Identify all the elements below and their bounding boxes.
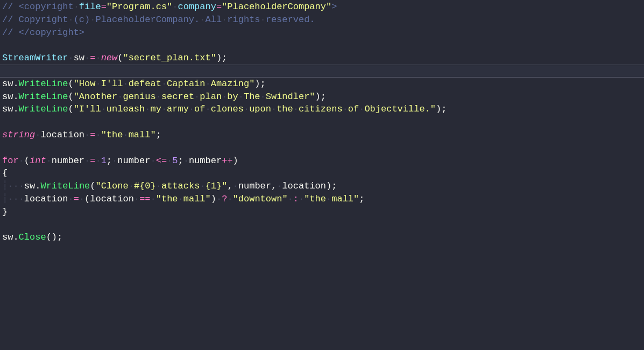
code-line[interactable]: {: [2, 167, 644, 180]
number-literal: 1: [101, 156, 107, 166]
identifier: location: [40, 130, 84, 140]
code-line[interactable]: [2, 39, 644, 52]
method-name: WriteLine: [19, 104, 68, 114]
string-literal: "How·I'll·defeat·Captain·Amazing": [74, 79, 255, 89]
string-literal: "the·mall": [156, 194, 211, 204]
type-name: StreamWriter: [2, 53, 68, 63]
indent-guide: ┆: [2, 194, 8, 204]
method-name: Close: [19, 232, 46, 242]
code-line[interactable]: }: [2, 206, 644, 219]
code-line[interactable]: sw.WriteLine("How·I'll·defeat·Captain·Am…: [2, 78, 644, 90]
code-line[interactable]: [2, 116, 644, 129]
number-literal: 5: [172, 156, 178, 166]
code-line[interactable]: // Copyright·(c)·PlaceholderCompany.·All…: [2, 13, 644, 26]
code-line[interactable]: sw.Close();: [2, 231, 644, 244]
code-editor[interactable]: // <copyright·file="Program.cs"·company=…: [0, 0, 644, 244]
string-literal: "the·mall": [101, 130, 156, 140]
code-line[interactable]: ┆···sw.WriteLine("Clone·#{0}·attacks·{1}…: [2, 180, 644, 193]
string-literal: "downtown": [233, 194, 288, 204]
comment-text: // </copyright>: [2, 27, 84, 38]
comment-text: // Copyright·(c)·PlaceholderCompany.·All…: [2, 15, 315, 25]
code-line[interactable]: sw.WriteLine("I'll·unleash·my·army·of·cl…: [2, 103, 644, 116]
operator: =: [90, 53, 95, 63]
code-line[interactable]: ┆···location·=·(location·==·"the·mall")·…: [2, 193, 644, 206]
identifier: sw: [74, 53, 84, 63]
code-line[interactable]: StreamWriter·sw·=·new("secret_plan.txt")…: [2, 52, 644, 65]
code-line[interactable]: string·location·=·"the·mall";: [2, 129, 644, 142]
code-line[interactable]: [2, 219, 644, 232]
method-name: WriteLine: [19, 79, 68, 89]
method-name: WriteLine: [19, 92, 68, 102]
string-literal: "Clone·#{0}·attacks·{1}": [96, 181, 228, 191]
comment-text: // <copyright·file="Program.cs"·company=…: [2, 2, 337, 12]
string-literal: "Another·genius·secret·plan·by·The·Swind…: [74, 92, 315, 102]
code-line[interactable]: sw.WriteLine("Another·genius·secret·plan…: [2, 90, 644, 103]
indent-guide: ┆: [2, 181, 8, 191]
current-line[interactable]: [0, 65, 644, 78]
keyword: for: [2, 156, 19, 166]
code-line[interactable]: for·(int·number·=·1;·number·<=·5;·number…: [2, 155, 644, 167]
keyword: new: [101, 53, 118, 63]
string-literal: "I'll·unleash·my·army·of·clones·upon·the…: [74, 104, 436, 114]
method-name: WriteLine: [40, 181, 90, 191]
code-line[interactable]: [2, 142, 644, 155]
code-line[interactable]: // </copyright>: [2, 26, 644, 39]
string-literal: "the·mall": [304, 194, 359, 204]
keyword: int: [30, 156, 46, 166]
string-literal: "secret_plan.txt": [123, 53, 216, 63]
code-line[interactable]: // <copyright·file="Program.cs"·company=…: [2, 1, 644, 13]
keyword: string: [2, 130, 35, 140]
